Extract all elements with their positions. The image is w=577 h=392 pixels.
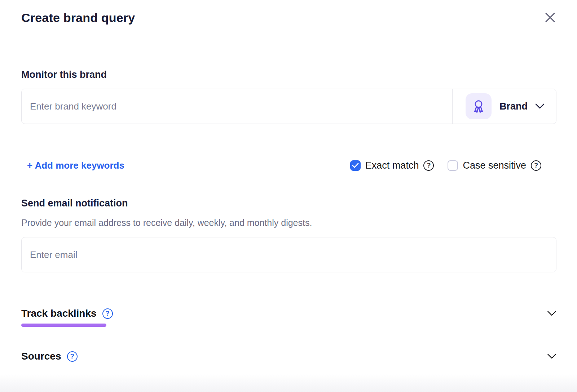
track-backlinks-help-icon[interactable]: ? [102, 308, 113, 319]
track-backlinks-highlight-underline [21, 324, 106, 327]
sources-header[interactable]: Sources ? [21, 351, 556, 362]
create-brand-query-dialog: Create brand query Monitor this brand [21, 0, 556, 362]
close-button[interactable] [543, 11, 556, 24]
match-options-group: Exact match ? Case sensitive ? [350, 160, 541, 171]
chevron-down-icon [535, 103, 545, 110]
exact-match-help-icon[interactable]: ? [423, 160, 434, 171]
dialog-header: Create brand query [21, 10, 556, 25]
brand-keyword-group: Brand [21, 89, 556, 124]
query-type-selector[interactable]: Brand [452, 89, 556, 124]
case-sensitive-help-icon[interactable]: ? [531, 160, 541, 171]
email-description: Provide your email address to receive da… [21, 217, 556, 228]
sources-chevron-down-icon[interactable] [547, 353, 556, 360]
page-title: Create brand query [21, 10, 135, 25]
track-backlinks-label: Track backlinks [21, 308, 97, 319]
brand-icon-container [466, 93, 492, 119]
keyword-options-row: + Add more keywords Exact match ? Case s… [21, 160, 556, 171]
exact-match-option: Exact match ? [350, 160, 434, 171]
brand-keyword-input[interactable] [22, 89, 452, 124]
bottom-scroll-fade [0, 374, 577, 392]
case-sensitive-label: Case sensitive [463, 160, 526, 171]
exact-match-label: Exact match [365, 160, 419, 171]
email-input[interactable] [21, 237, 556, 272]
sources-help-icon[interactable]: ? [67, 351, 78, 362]
exact-match-checkbox[interactable] [350, 160, 361, 171]
sources-label: Sources [21, 351, 61, 362]
track-backlinks-chevron-down-icon[interactable] [547, 311, 556, 317]
track-backlinks-title-group: Track backlinks ? [21, 308, 113, 319]
track-backlinks-header[interactable]: Track backlinks ? [21, 308, 556, 319]
case-sensitive-checkbox[interactable] [448, 160, 458, 171]
email-notification-heading: Send email notification [21, 197, 556, 209]
add-more-keywords-button[interactable]: + Add more keywords [27, 160, 124, 171]
close-icon [544, 12, 556, 23]
sources-title-group: Sources ? [21, 351, 78, 362]
monitor-brand-heading: Monitor this brand [21, 68, 556, 81]
case-sensitive-option: Case sensitive ? [448, 160, 541, 171]
query-type-label: Brand [499, 101, 528, 112]
award-ribbon-icon [471, 98, 486, 114]
